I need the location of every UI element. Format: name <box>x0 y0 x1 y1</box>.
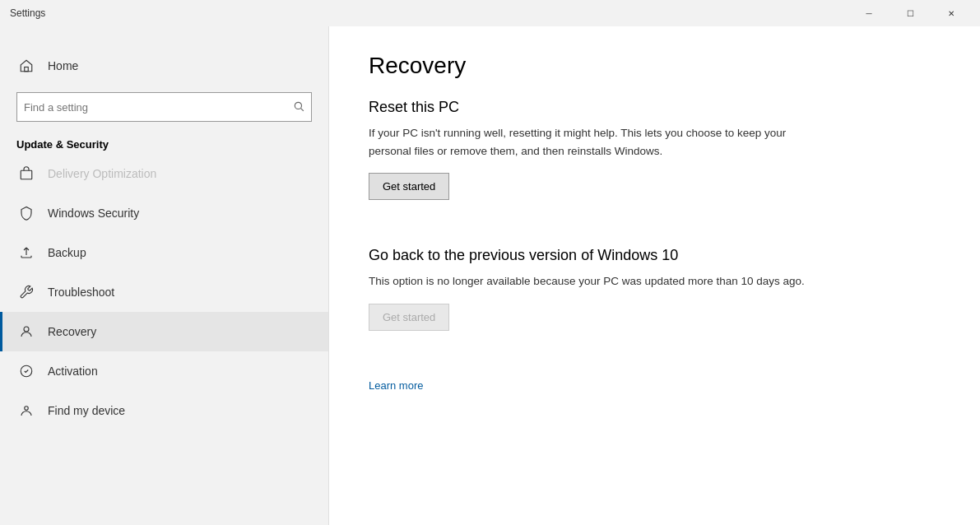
go-back-title: Go back to the previous version of Windo… <box>369 247 941 264</box>
sidebar-item-recovery[interactable]: Recovery <box>0 312 328 351</box>
svg-point-4 <box>24 327 29 332</box>
sidebar-item-activation[interactable]: Activation <box>0 351 328 391</box>
sidebar-item-find-my-device-label: Find my device <box>48 404 125 417</box>
go-back-section: Go back to the previous version of Windo… <box>369 247 941 331</box>
reset-pc-section: Reset this PC If your PC isn't running w… <box>369 99 941 200</box>
go-back-description: This option is no longer available becau… <box>369 272 813 290</box>
circle-check-icon <box>16 361 36 381</box>
backup-icon <box>16 243 36 262</box>
person-location-icon <box>16 401 36 420</box>
sidebar-item-troubleshoot-label: Troubleshoot <box>48 286 114 299</box>
go-back-get-started-button: Get started <box>369 304 449 331</box>
reset-pc-get-started-button[interactable]: Get started <box>369 173 449 200</box>
title-bar: Settings ─ ☐ ✕ <box>0 0 980 26</box>
shield-icon <box>16 203 36 223</box>
learn-more-link[interactable]: Learn more <box>369 379 423 392</box>
sidebar-item-home-label: Home <box>48 59 78 72</box>
sidebar-item-activation-label: Activation <box>48 365 98 378</box>
sidebar-item-backup-label: Backup <box>48 246 86 259</box>
svg-line-2 <box>301 108 304 110</box>
title-bar-controls: ─ ☐ ✕ <box>850 0 970 26</box>
wrench-icon <box>16 282 36 302</box>
sidebar-item-backup[interactable]: Backup <box>0 233 328 272</box>
svg-rect-0 <box>25 67 29 72</box>
section-label: Update & Security <box>0 132 328 154</box>
sidebar-item-home[interactable]: Home <box>0 46 328 86</box>
sidebar-item-delivery-optimization[interactable]: Delivery Optimization <box>0 154 328 193</box>
section-divider <box>369 223 941 224</box>
svg-rect-3 <box>21 170 32 179</box>
sidebar-item-troubleshoot[interactable]: Troubleshoot <box>0 272 328 312</box>
delivery-icon <box>16 164 36 184</box>
title-bar-text: Settings <box>10 7 45 19</box>
sidebar: Home Update & Security Delivery Optim <box>0 26 329 525</box>
main-content: Recovery Reset this PC If your PC isn't … <box>329 26 980 525</box>
sidebar-item-windows-security[interactable]: Windows Security <box>0 193 328 233</box>
sidebar-header <box>0 26 328 46</box>
close-button[interactable]: ✕ <box>932 0 970 26</box>
search-box[interactable] <box>16 92 312 122</box>
home-icon <box>16 56 36 76</box>
sidebar-item-recovery-label: Recovery <box>48 325 96 338</box>
svg-point-1 <box>295 102 301 109</box>
maximize-button[interactable]: ☐ <box>891 0 929 26</box>
svg-point-6 <box>25 407 29 411</box>
section-divider-2 <box>369 354 941 355</box>
search-input[interactable] <box>24 101 293 114</box>
person-icon <box>16 322 36 341</box>
sidebar-item-find-my-device[interactable]: Find my device <box>0 391 328 430</box>
sidebar-item-delivery-label: Delivery Optimization <box>48 167 156 180</box>
page-title: Recovery <box>369 53 941 79</box>
sidebar-item-windows-security-label: Windows Security <box>48 207 139 220</box>
reset-pc-description: If your PC isn't running well, resetting… <box>369 124 813 160</box>
minimize-button[interactable]: ─ <box>850 0 888 26</box>
reset-pc-title: Reset this PC <box>369 99 941 116</box>
app-container: Home Update & Security Delivery Optim <box>0 26 980 525</box>
search-icon <box>293 100 304 114</box>
